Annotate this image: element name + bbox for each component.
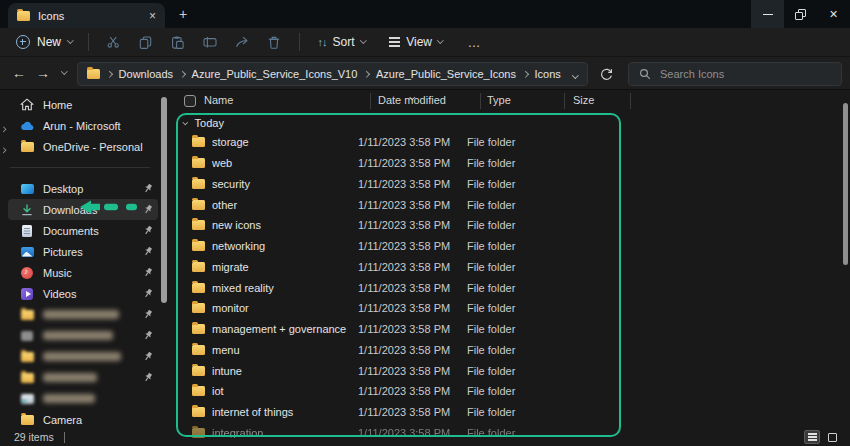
view-button[interactable]: View xyxy=(380,30,451,54)
details-view-button[interactable] xyxy=(804,430,820,444)
sidebar-item-redacted[interactable] xyxy=(8,325,158,346)
redacted-label xyxy=(43,352,121,361)
thumbnail-view-button[interactable] xyxy=(824,430,840,444)
sidebar-item-onedrive-personal[interactable]: OneDrive - Personal xyxy=(8,136,158,157)
column-header-type[interactable]: Type xyxy=(487,94,511,106)
refresh-button[interactable] xyxy=(594,62,618,86)
file-row-migrate[interactable]: migrate1/11/2023 3:58 PMFile folder xyxy=(172,257,632,278)
date-modified: 1/11/2023 3:58 PM xyxy=(358,136,467,148)
file-type: File folder xyxy=(467,365,553,377)
file-row-management-governance[interactable]: management + governance1/11/2023 3:58 PM… xyxy=(172,319,632,340)
pin-icon xyxy=(143,288,153,299)
breadcrumb-item-downloads[interactable]: Downloads xyxy=(119,68,173,80)
delete-button[interactable] xyxy=(258,30,290,54)
sidebar-item-redacted[interactable] xyxy=(8,388,158,409)
sidebar-item-redacted[interactable] xyxy=(8,367,158,388)
list-scrollbar-thumb[interactable] xyxy=(843,103,848,265)
list-scrollbar[interactable] xyxy=(841,92,849,438)
collapse-chevron-icon xyxy=(183,119,188,124)
more-options-button[interactable]: … xyxy=(460,35,490,50)
sidebar-item-downloads[interactable]: Downloads xyxy=(8,199,158,220)
recent-locations-button[interactable] xyxy=(56,62,72,84)
breadcrumb[interactable]: DownloadsAzure_Public_Service_Icons_V10A… xyxy=(77,62,588,86)
file-row-menu[interactable]: menu1/11/2023 3:58 PMFile folder xyxy=(172,340,632,361)
back-button[interactable]: ← xyxy=(8,62,30,84)
column-divider[interactable] xyxy=(370,93,371,109)
select-all-checkbox[interactable] xyxy=(184,95,196,107)
sidebar-item-home[interactable]: Home xyxy=(8,94,158,115)
command-toolbar: New ↑↓ Sort View xyxy=(0,28,850,57)
file-type: File folder xyxy=(467,157,553,169)
file-type: File folder xyxy=(467,261,553,273)
file-row-storage[interactable]: storage1/11/2023 3:58 PMFile folder xyxy=(172,132,632,153)
sort-button[interactable]: ↑↓ Sort xyxy=(309,30,375,54)
file-row-iot[interactable]: iot1/11/2023 3:58 PMFile folder xyxy=(172,381,632,402)
column-header-name[interactable]: Name xyxy=(204,94,233,106)
sidebar-item-arun-microsoft[interactable]: Arun - Microsoft xyxy=(8,115,158,136)
file-row-intune[interactable]: intune1/11/2023 3:58 PMFile folder xyxy=(172,360,632,381)
sidebar-divider xyxy=(10,167,150,168)
tab-close-icon[interactable]: × xyxy=(149,10,156,22)
sidebar-item-desktop[interactable]: Desktop xyxy=(8,178,158,199)
rename-button[interactable] xyxy=(194,30,226,54)
redacted-label xyxy=(43,373,97,382)
address-dropdown-button[interactable] xyxy=(573,68,578,80)
copy-icon xyxy=(139,36,152,49)
chevron-right-icon xyxy=(179,71,185,77)
cut-button[interactable] xyxy=(98,30,130,54)
sidebar-item-pictures[interactable]: Pictures xyxy=(8,241,158,262)
sidebar-item-label: Music xyxy=(43,267,72,279)
file-row-web[interactable]: web1/11/2023 3:58 PMFile folder xyxy=(172,153,632,174)
breadcrumb-item-icons[interactable]: Icons xyxy=(535,68,561,80)
restore-icon xyxy=(795,9,806,20)
copy-button[interactable] xyxy=(130,30,162,54)
share-button[interactable] xyxy=(226,30,258,54)
forward-button[interactable]: → xyxy=(32,62,54,84)
file-row-mixed-reality[interactable]: mixed reality1/11/2023 3:58 PMFile folde… xyxy=(172,277,632,298)
sidebar-item-camera[interactable]: Camera xyxy=(8,409,158,430)
chevron-right-icon xyxy=(106,71,112,77)
search-box[interactable] xyxy=(628,62,842,86)
file-row-security[interactable]: security1/11/2023 3:58 PMFile folder xyxy=(172,174,632,195)
file-name: internet of things xyxy=(212,406,293,418)
file-row-integration[interactable]: integration1/11/2023 3:58 PMFile folder xyxy=(172,423,632,439)
file-row-other[interactable]: other1/11/2023 3:58 PMFile folder xyxy=(172,194,632,215)
sidebar-item-documents[interactable]: Documents xyxy=(8,220,158,241)
pin-icon xyxy=(141,202,156,217)
file-type: File folder xyxy=(467,427,553,438)
date-modified: 1/11/2023 3:58 PM xyxy=(358,385,467,397)
sidebar-item-videos[interactable]: Videos xyxy=(8,283,158,304)
expand-chevron-icon[interactable] xyxy=(1,122,6,134)
breadcrumb-item-azure-public-service-icons-v10[interactable]: Azure_Public_Service_Icons_V10 xyxy=(192,68,358,80)
paste-button[interactable] xyxy=(162,30,194,54)
close-button[interactable]: × xyxy=(817,0,850,28)
explorer-tab[interactable]: Icons × xyxy=(8,3,165,28)
breadcrumb-items: DownloadsAzure_Public_Service_Icons_V10A… xyxy=(107,68,561,80)
search-input[interactable] xyxy=(660,68,831,80)
expand-chevron-icon[interactable] xyxy=(1,143,6,155)
redacted-label xyxy=(43,394,95,403)
file-row-monitor[interactable]: monitor1/11/2023 3:58 PMFile folder xyxy=(172,298,632,319)
sidebar-item-redacted[interactable] xyxy=(8,346,158,367)
breadcrumb-item-azure-public-service-icons[interactable]: Azure_Public_Service_Icons xyxy=(376,68,516,80)
column-header-date-modified[interactable]: Date modified xyxy=(378,94,446,106)
sidebar-item-redacted[interactable] xyxy=(8,304,158,325)
column-divider[interactable] xyxy=(630,93,631,109)
new-button[interactable]: New xyxy=(10,30,79,54)
column-header-size[interactable]: Size xyxy=(573,94,594,106)
column-divider[interactable] xyxy=(564,93,565,109)
file-type: File folder xyxy=(467,406,553,418)
file-row-internet-of-things[interactable]: internet of things1/11/2023 3:58 PMFile … xyxy=(172,402,632,423)
folder-icon xyxy=(192,303,205,313)
drive-icon xyxy=(21,331,33,341)
restore-button[interactable] xyxy=(784,0,817,28)
file-row-networking[interactable]: networking1/11/2023 3:58 PMFile folder xyxy=(172,236,632,257)
sidebar-item-music[interactable]: Music xyxy=(8,262,158,283)
file-name: management + governance xyxy=(212,323,346,335)
group-header-today[interactable]: Today xyxy=(172,114,632,132)
sidebar-scrollbar[interactable] xyxy=(161,97,167,303)
file-row-new-icons[interactable]: new icons1/11/2023 3:58 PMFile folder xyxy=(172,215,632,236)
column-divider[interactable] xyxy=(480,93,481,109)
new-tab-button[interactable]: + xyxy=(174,4,192,24)
minimize-button[interactable] xyxy=(751,0,784,28)
